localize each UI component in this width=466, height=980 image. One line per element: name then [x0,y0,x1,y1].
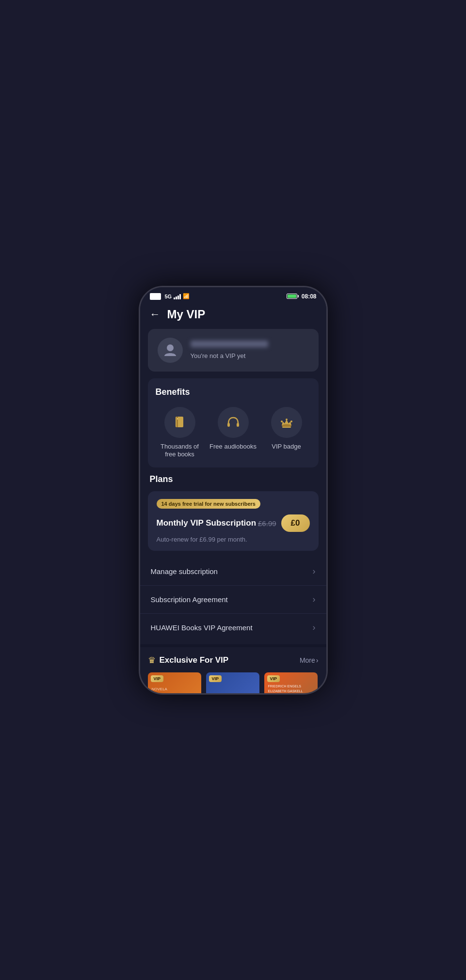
plans-title: Plans [148,474,319,484]
plan-subscribe-button[interactable]: £0 [281,514,310,532]
hd-indicator: HD [150,293,161,300]
subscription-agreement-item[interactable]: Subscription Agreement › [140,586,326,614]
svg-rect-5 [237,423,239,427]
more-link[interactable]: More › [300,656,319,664]
user-card: You're not a VIP yet [148,329,319,372]
plan-price-group: £6.99 £0 [258,514,309,532]
exclusive-title: Exclusive For VIP [160,655,229,665]
benefit-audiobooks-icon-circle [218,407,249,438]
svg-point-8 [290,420,292,422]
huawei-agreement-item[interactable]: HUAWEI Books VIP Agreement › [140,614,326,641]
svg-point-9 [286,419,288,420]
book-lovecraft-authors: FRIEDRICH ENGELSELIZABETH GASKELLCHARLES… [264,680,318,693]
more-label: More [300,656,315,664]
plans-section: Plans 14 days free trial for new subscri… [148,474,319,551]
avatar [158,338,183,363]
book-black-vip-badge: VIP [209,675,222,682]
phone-frame: HD 5G 📶 08:08 [139,286,328,695]
plan-row: Monthly VIP Subscription £6.99 £0 [157,514,310,532]
signal-bars [174,294,181,299]
user-info: You're not a VIP yet [191,341,309,360]
subscription-agreement-label: Subscription Agreement [151,595,228,604]
page-title: My VIP [167,308,206,321]
exclusive-section: ♛ Exclusive For VIP More › VIP Novela SO… [140,647,326,693]
book-lovecraft[interactable]: VIP FRIEDRICH ENGELSELIZABETH GASKELLCHA… [264,672,318,693]
benefits-grid: Thousands of free books Free audiobooks [156,407,311,459]
vip-status-text: You're not a VIP yet [191,352,246,359]
svg-rect-3 [177,418,178,420]
exclusive-books-row: VIP Novela SOLOEL VERDADERO VIP THE BLAC… [148,672,319,693]
manage-subscription-item[interactable]: Manage subscription › [140,558,326,586]
benefits-section: Benefits Thousands of free books [148,378,319,468]
status-right: 08:08 [287,293,317,300]
plan-original-price: £6.99 [258,519,276,528]
huawei-agreement-label: HUAWEI Books VIP Agreement [151,623,253,632]
signal-indicator: 5G [164,294,172,299]
benefits-title: Benefits [156,387,311,397]
book-black[interactable]: VIP THE BLACK 🕯 [206,672,259,693]
trial-badge: 14 days free trial for new subscribers [157,499,260,509]
book-icon [172,415,188,430]
plan-name: Monthly VIP Subscription [157,518,257,528]
headphones-icon [225,415,241,430]
benefit-books: Thousands of free books [156,407,204,459]
svg-point-7 [281,420,283,422]
battery-icon [287,294,299,299]
more-chevron-icon: › [316,656,319,664]
exclusive-title-group: ♛ Exclusive For VIP [148,655,229,666]
plan-card[interactable]: 14 days free trial for new subscribers M… [148,491,319,551]
crown-badge-icon [279,415,294,430]
book-lovecraft-vip-badge: VIP [267,675,280,682]
manage-subscription-label: Manage subscription [151,567,218,576]
exclusive-header: ♛ Exclusive For VIP More › [148,655,319,666]
benefit-audiobooks: Free audiobooks [209,407,257,459]
plan-auto-renew-note: Auto-renew for £6.99 per month. [157,536,310,543]
manage-subscription-chevron: › [313,566,316,576]
avatar-icon [162,342,178,358]
book-solo-vip-badge: VIP [151,675,164,682]
status-bar: HD 5G 📶 08:08 [140,287,326,303]
subscription-agreement-chevron: › [313,594,316,605]
clock: 08:08 [302,293,317,300]
svg-rect-4 [227,423,230,427]
header: ← My VIP [140,303,326,329]
phone-screen: HD 5G 📶 08:08 [140,287,326,693]
benefit-audiobooks-label: Free audiobooks [209,443,257,451]
menu-section: Manage subscription › Subscription Agree… [140,558,326,641]
benefit-badge-label: VIP badge [272,443,301,451]
user-name-blurred [191,341,268,347]
wifi-icon: 📶 [183,293,190,299]
status-left: HD 5G 📶 [150,293,190,300]
benefit-books-icon-circle [164,407,195,438]
benefit-badge-icon-circle [271,407,302,438]
huawei-agreement-chevron: › [313,622,316,633]
benefit-badge: VIP badge [262,407,311,459]
crown-icon: ♛ [148,655,156,666]
svg-point-0 [167,344,174,351]
benefit-books-label: Thousands of free books [156,443,204,459]
book-solo[interactable]: VIP Novela SOLOEL VERDADERO [148,672,201,693]
back-button[interactable]: ← [150,308,161,321]
